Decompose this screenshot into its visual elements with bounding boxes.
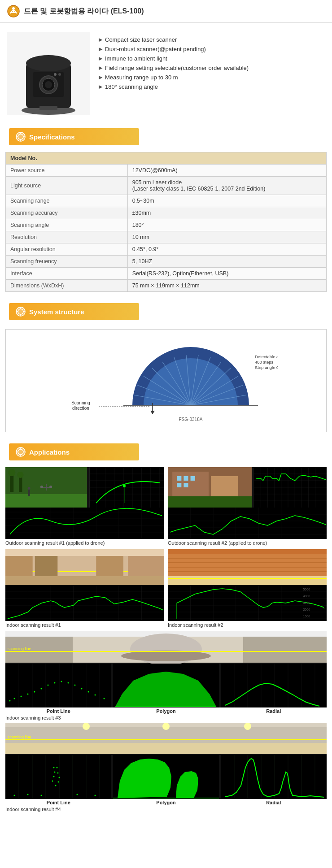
svg-point-192 <box>34 691 35 693</box>
svg-rect-147 <box>168 554 327 576</box>
svg-text:scanning line: scanning line <box>8 735 31 739</box>
indoor-3-point-label: Point Line <box>5 708 112 714</box>
indoor-4-sublabels: Point Line Polygon Radial <box>5 800 327 805</box>
svg-rect-93 <box>183 476 188 481</box>
svg-point-196 <box>61 681 62 682</box>
svg-text:2000: 2000 <box>303 608 310 611</box>
svg-rect-94 <box>191 476 195 481</box>
indoor-1-caption: Indoor scanning result #1 <box>5 622 164 628</box>
svg-text:direction: direction <box>72 406 89 411</box>
svg-point-189 <box>14 698 15 699</box>
svg-rect-223 <box>5 755 111 799</box>
spec-label: Light source <box>6 177 128 195</box>
svg-text:Scanning: Scanning <box>71 400 90 405</box>
svg-point-197 <box>68 682 69 684</box>
svg-rect-131 <box>96 556 123 576</box>
feature-5: ▶ Measuring range up to 30 m <box>99 74 325 81</box>
svg-point-59 <box>49 486 52 488</box>
table-row: Scanning angle180° <box>6 219 327 231</box>
svg-point-202 <box>104 698 105 699</box>
spec-label: Scanning accuracy <box>6 207 128 219</box>
svg-point-194 <box>48 685 49 686</box>
app-row-outdoor: Outdoor scanning result #1 (applied to d… <box>5 467 327 546</box>
svg-rect-129 <box>5 556 33 576</box>
svg-marker-126 <box>5 576 164 585</box>
svg-point-191 <box>27 694 29 695</box>
product-features: ▶ Compact size laser scanner ▶ Dust-robu… <box>99 32 325 93</box>
table-row: Dimensions (WxDxH)75 mm × 119mm × 112mm <box>6 280 327 292</box>
svg-rect-127 <box>5 549 164 556</box>
applications-wrap: Outdoor scanning result #1 (applied to d… <box>0 465 332 821</box>
svg-point-10 <box>45 81 52 88</box>
spec-value: 10 mm <box>127 231 326 243</box>
svg-rect-133 <box>5 585 164 621</box>
outdoor-1-image <box>5 467 164 539</box>
svg-rect-92 <box>177 476 181 481</box>
diagram-svg: Scanning direction FSG-0318A Detectable … <box>54 334 278 428</box>
arrow-icon-5: ▶ <box>99 74 102 80</box>
arrow-icon-1: ▶ <box>99 37 102 43</box>
feature-6: ▶ 180° scanning angle <box>99 83 325 90</box>
svg-point-239 <box>58 781 59 783</box>
indoor-4-radial-label: Radial <box>220 800 327 805</box>
indoor-4-polygon-label: Polygon <box>113 800 219 805</box>
product-image-inner <box>13 36 84 110</box>
spec-label: Scanning freuency <box>6 256 128 268</box>
spec-value: ±30mm <box>127 207 326 219</box>
indoor-3-image: scanning line <box>5 631 327 707</box>
spec-value: 0.5~30m <box>127 195 326 207</box>
spec-value: 75 mm × 119mm × 112mm <box>127 280 326 292</box>
app-row-indoor-3: scanning line <box>5 631 327 720</box>
svg-point-240 <box>14 795 15 796</box>
svg-rect-132 <box>128 556 164 576</box>
svg-rect-206 <box>221 664 327 707</box>
svg-rect-49 <box>5 494 87 508</box>
table-row: Power source12VDC(@600mA) <box>6 165 327 177</box>
table-row: Resolution10 mm <box>6 231 327 243</box>
app-row-indoor-4: scanning line <box>5 723 327 812</box>
applications-title: Applications <box>29 448 70 456</box>
svg-text:1000: 1000 <box>303 615 310 618</box>
spec-value: 12VDC(@600mA) <box>127 165 326 177</box>
app-icon <box>16 447 26 457</box>
svg-text:4000: 4000 <box>303 595 310 598</box>
svg-rect-77 <box>5 508 164 539</box>
svg-point-198 <box>74 685 76 686</box>
indoor-3-polygon-label: Polygon <box>113 708 219 714</box>
specs-table: Model No. Power source12VDC(@600mA)Light… <box>5 152 327 292</box>
svg-point-218 <box>162 723 170 730</box>
svg-text:400 steps: 400 steps <box>255 360 273 365</box>
indoor-3-sublabels: Point Line Polygon Radial <box>5 708 327 714</box>
logo-icon <box>7 4 20 18</box>
arrow-icon-2: ▶ <box>99 46 102 52</box>
svg-rect-54 <box>28 490 30 496</box>
svg-rect-97 <box>168 496 252 508</box>
svg-point-55 <box>28 487 31 490</box>
spec-label: Resolution <box>6 231 128 243</box>
spec-label: Scanning angle <box>6 219 128 231</box>
system-diagram: Scanning direction FSG-0318A Detectable … <box>5 329 327 432</box>
indoor-3-radial-label: Radial <box>220 708 327 714</box>
outdoor-2-image <box>168 467 327 539</box>
svg-rect-95 <box>177 483 181 487</box>
system-icon <box>16 307 26 317</box>
svg-rect-176 <box>243 637 327 663</box>
spec-value: 180° <box>127 219 326 231</box>
svg-point-238 <box>59 777 60 778</box>
product-image <box>7 32 90 115</box>
spec-value: 0.45°, 0.9° <box>127 243 326 256</box>
table-row: Scanning freuency5, 10HZ <box>6 256 327 268</box>
indoor-4-caption: Indoor scanning result #4 <box>5 807 327 812</box>
indoor-2-image: 5000 4000 3000 2000 1000 <box>168 549 327 621</box>
svg-point-58 <box>40 486 43 488</box>
spec-label: Power source <box>6 165 128 177</box>
system-structure-header: System structure <box>9 303 139 320</box>
svg-point-13 <box>58 73 61 76</box>
svg-point-232 <box>54 772 56 773</box>
indoor-2-block: 5000 4000 3000 2000 1000 Indoor scanning… <box>168 549 327 628</box>
indoor-1-image <box>5 549 164 621</box>
indoor-3-caption: Indoor scanning result #3 <box>5 715 327 720</box>
outdoor-1-caption: Outdoor scanning result #1 (applied to d… <box>5 540 164 546</box>
arrow-icon-4: ▶ <box>99 65 102 71</box>
table-row: Scanning accuracy±30mm <box>6 207 327 219</box>
